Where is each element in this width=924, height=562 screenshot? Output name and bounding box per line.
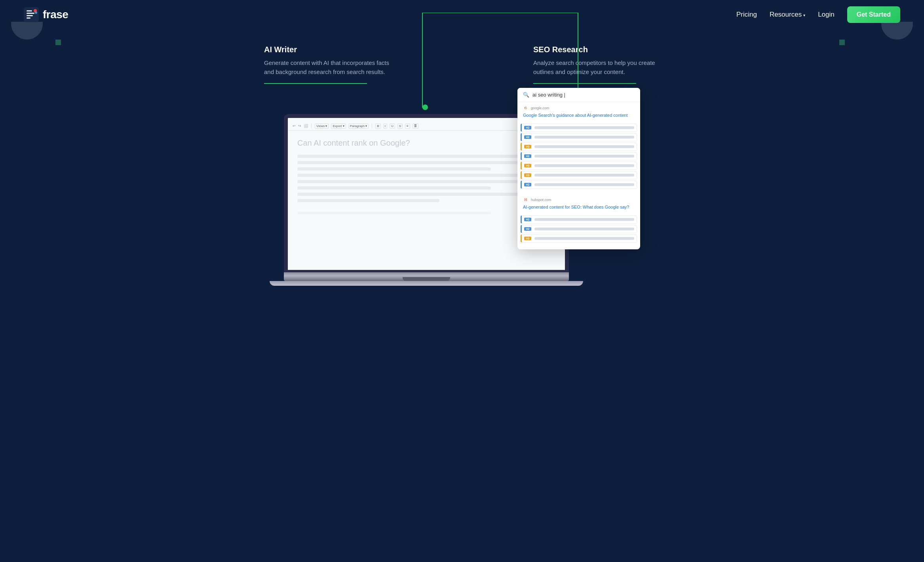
seo-item[interactable]: H3 — [521, 161, 637, 170]
list-btn[interactable]: ≣ — [413, 123, 418, 129]
seo-badge-h3: H3 — [524, 164, 531, 167]
export-menu[interactable]: Export ▾ — [331, 123, 346, 129]
frase-logo-icon — [24, 7, 39, 22]
undo-icon[interactable]: ↩ — [293, 124, 296, 128]
ai-writer-title: AI Writer — [264, 45, 391, 54]
seo-search-bar[interactable]: 🔍 ai seo writing | — [517, 88, 640, 102]
nav-login[interactable]: Login — [818, 11, 835, 19]
google-logo-icon: G — [523, 105, 529, 111]
editor-line-4 — [297, 174, 530, 177]
svg-rect-2 — [27, 13, 34, 14]
seo-item[interactable]: H2 — [521, 133, 637, 141]
editor-document-title: Can AI content rank on Google? — [297, 139, 555, 148]
seo-item[interactable]: H2 — [521, 180, 637, 189]
editor-line-5 — [297, 180, 555, 183]
seo-badge-h2: H2 — [524, 227, 531, 231]
seo-item-content-line — [534, 218, 634, 221]
seo-badge-h2: H2 — [524, 218, 531, 221]
chevron-down-icon: ▾ — [803, 13, 805, 17]
source-domain-google: google.com — [531, 106, 549, 110]
editor-line-6 — [297, 186, 491, 190]
svg-point-6 — [35, 11, 37, 14]
seo-result-google: G google.com Google Search's guidance ab… — [517, 102, 640, 122]
nav-links: Pricing Resources ▾ Login Get Started — [736, 6, 900, 23]
align-btn[interactable]: ≡ — [405, 123, 410, 129]
svg-rect-1 — [27, 10, 32, 11]
features-row: AI Writer Generate content with AI that … — [0, 29, 924, 84]
laptop-stand — [270, 281, 583, 286]
laptop-notch — [403, 277, 450, 281]
bold-btn[interactable]: B — [375, 123, 380, 129]
seo-item-content-line — [534, 183, 634, 186]
seo-item-content-line — [534, 237, 634, 240]
search-icon: 🔍 — [523, 92, 529, 98]
source-google: G google.com — [523, 105, 635, 111]
toolbar-divider-2 — [372, 123, 372, 128]
editor-line-faint-1 — [297, 212, 491, 215]
source-domain-hubspot: hubspot.com — [531, 198, 551, 202]
seo-item[interactable]: H3 — [521, 234, 637, 243]
seo-item[interactable]: H2 — [521, 225, 637, 233]
hubspot-result-title[interactable]: AI-generated content for SEO: What does … — [523, 204, 635, 210]
editor-line-2 — [297, 161, 555, 164]
seo-item-content-line — [534, 228, 634, 230]
seo-item[interactable]: H3 — [521, 142, 637, 151]
seo-badge-h2: H2 — [524, 154, 531, 158]
hubspot-seo-items: H2 H2 H3 — [517, 214, 640, 245]
devices-wrapper: ↩ ↪ ⬜ Views ▾ Export ▾ Paragraph ▾ B I U… — [284, 80, 640, 286]
editor-gap-1 — [297, 205, 555, 212]
seo-research-underline — [533, 83, 636, 84]
strikethrough-btn[interactable]: S — [397, 123, 403, 129]
google-result-title[interactable]: Google Search's guidance about AI-genera… — [523, 112, 635, 118]
green-dot-laptop — [422, 104, 428, 110]
seo-badge-h3: H3 — [524, 145, 531, 148]
editor-line-8 — [297, 199, 439, 202]
get-started-button[interactable]: Get Started — [847, 6, 900, 23]
google-seo-items: H2 H2 H3 H2 — [517, 122, 640, 192]
seo-panel: 🔍 ai seo writing | G google.com Google S… — [517, 88, 640, 250]
editor-line-7 — [297, 193, 530, 196]
seo-item-content-line — [534, 145, 634, 148]
ai-writer-desc: Generate content with AI that incorporat… — [264, 58, 391, 77]
seo-item-content-line — [534, 164, 634, 167]
nav-pricing[interactable]: Pricing — [736, 11, 757, 19]
editor-line-1 — [297, 155, 530, 158]
seo-badge-h2: H2 — [524, 183, 531, 186]
navbar: frase Pricing Resources ▾ Login Get Star… — [0, 0, 924, 29]
seo-research-title: SEO Research — [533, 45, 660, 54]
seo-badge-h2: H2 — [524, 135, 531, 139]
hubspot-logo-icon: ℍ — [523, 197, 529, 203]
paragraph-menu[interactable]: Paragraph ▾ — [348, 123, 369, 129]
layout-icon[interactable]: ⬜ — [304, 124, 308, 128]
seo-item-content-line — [534, 136, 634, 139]
redo-icon[interactable]: ↪ — [298, 124, 301, 128]
svg-rect-3 — [27, 15, 33, 16]
seo-item[interactable]: H2 — [521, 123, 637, 132]
seo-item-content-line — [534, 174, 634, 177]
svg-rect-4 — [27, 17, 30, 19]
underline-btn[interactable]: U — [390, 123, 395, 129]
seo-badge-h3: H3 — [524, 173, 531, 177]
seo-item-content-line — [534, 126, 634, 129]
seo-search-query: ai seo writing | — [532, 92, 565, 98]
seo-item[interactable]: H3 — [521, 171, 637, 179]
seo-item-content-line — [534, 155, 634, 158]
seo-result-hubspot: ℍ hubspot.com AI-generated content for S… — [517, 194, 640, 214]
logo[interactable]: frase — [24, 7, 68, 22]
seo-research-desc: Analyze search competitors to help you c… — [533, 58, 660, 77]
main-content: ↩ ↪ ⬜ Views ▾ Export ▾ Paragraph ▾ B I U… — [0, 80, 924, 286]
ai-writer-underline — [264, 83, 367, 84]
views-menu[interactable]: Views ▾ — [315, 123, 329, 129]
toolbar-divider-1 — [311, 123, 312, 128]
svg-rect-0 — [24, 7, 39, 22]
feature-seo-research: SEO Research Analyze search competitors … — [533, 45, 660, 84]
seo-badge-h2: H2 — [524, 126, 531, 129]
italic-btn[interactable]: I — [383, 123, 387, 129]
nav-resources[interactable]: Resources ▾ — [770, 11, 805, 19]
editor-line-3 — [297, 167, 491, 171]
seo-badge-h3: H3 — [524, 237, 531, 240]
seo-item[interactable]: H2 — [521, 215, 637, 224]
feature-ai-writer: AI Writer Generate content with AI that … — [264, 45, 391, 84]
logo-text: frase — [43, 8, 68, 21]
seo-item[interactable]: H2 — [521, 152, 637, 160]
